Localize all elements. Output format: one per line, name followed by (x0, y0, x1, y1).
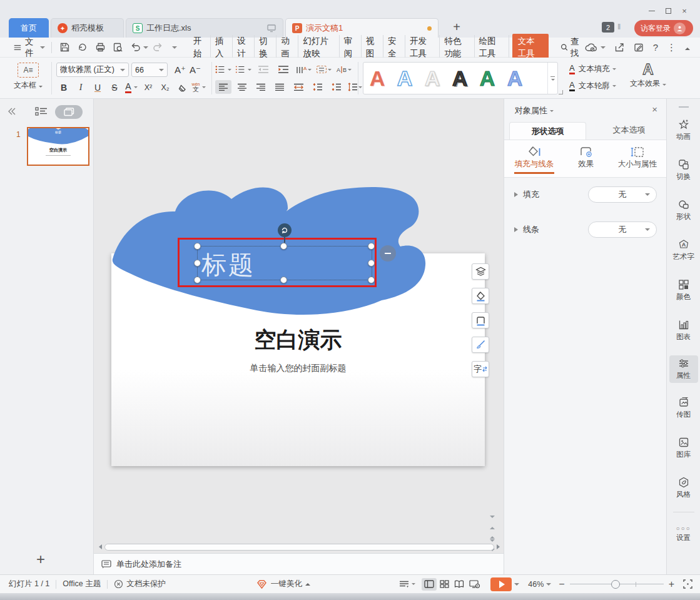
horizontal-scrollbar[interactable] (96, 542, 500, 551)
align-left-button[interactable] (215, 80, 231, 94)
rotation-handle[interactable] (278, 223, 292, 237)
wordart-style-2[interactable]: A (391, 63, 418, 93)
menu-special[interactable]: 特色功能 (440, 35, 474, 60)
play-slideshow-button[interactable] (490, 577, 512, 591)
tab-home[interactable]: 首页 (9, 18, 49, 38)
normal-view-button[interactable] (422, 578, 437, 591)
wordart-style-6[interactable]: A (501, 63, 529, 93)
collapse-panel-button[interactable] (8, 108, 16, 115)
fill-expand-arrow[interactable] (514, 192, 518, 197)
handle-bottom-left[interactable] (194, 277, 201, 283)
textbox-options-button[interactable] (315, 63, 332, 76)
increase-indent-button[interactable] (275, 63, 292, 76)
panel-close-icon[interactable]: × (652, 104, 657, 114)
menu-start[interactable]: 开始 (189, 35, 211, 60)
menu-animation[interactable]: 动画 (276, 35, 298, 60)
zoom-slider[interactable] (570, 580, 664, 589)
dock-properties-active[interactable]: 属性 (669, 355, 698, 383)
menu-design[interactable]: 设计 (233, 35, 255, 60)
cloud-sync-button[interactable] (584, 43, 606, 53)
dock-animation[interactable]: 动画 (669, 116, 698, 144)
overflow-menu-button[interactable]: ⋮ (667, 42, 676, 53)
dock-color[interactable]: 颜色 (669, 277, 698, 304)
dock-wordart[interactable]: A 艺术字 (669, 236, 698, 264)
zoom-out-button[interactable]: − (559, 579, 564, 590)
print-button[interactable] (93, 40, 106, 55)
wordart-style-5[interactable]: A (474, 63, 501, 93)
tab-text-options[interactable]: 文本选项 (591, 120, 667, 140)
undo-button[interactable] (131, 40, 148, 55)
save-button[interactable] (58, 40, 71, 55)
wordart-style-4[interactable]: A (446, 63, 474, 93)
bold-button[interactable]: B (56, 80, 71, 94)
more-commands-button[interactable] (168, 40, 181, 55)
decrease-indent-button[interactable] (255, 63, 271, 76)
menu-slideshow[interactable]: 幻灯片放映 (298, 35, 339, 60)
scroll-down-arrow[interactable] (490, 511, 495, 520)
close-button[interactable]: × (676, 5, 692, 16)
wordart-style-1[interactable]: A (363, 63, 391, 93)
protection-status[interactable]: 文档未保护 (114, 579, 166, 589)
text-effects-button[interactable]: A 文本效果 (626, 61, 671, 89)
menu-insert[interactable]: 插入 (211, 35, 233, 60)
theme-name[interactable]: Office 主题 (63, 579, 101, 589)
phonetic-guide-button[interactable]: wén 文 (191, 80, 206, 94)
font-family-select[interactable]: 微软雅黑 (正文) (56, 63, 129, 77)
layer-order-button[interactable] (472, 263, 489, 280)
beautify-button[interactable]: 一键美化 (256, 579, 310, 589)
slide-thumbnail[interactable]: 标题 空白演示 (27, 127, 89, 166)
annotate-button[interactable] (634, 43, 644, 53)
menu-review[interactable]: 审阅 (340, 35, 362, 60)
handle-bottom-center[interactable] (280, 277, 287, 283)
character-spacing-button[interactable]: AB (335, 63, 352, 76)
justify-button[interactable] (271, 80, 288, 94)
increase-paragraph-space-button[interactable] (309, 80, 325, 94)
menu-security[interactable]: 安全 (383, 35, 405, 60)
slide-view-toggle[interactable] (55, 105, 83, 119)
slide-canvas[interactable]: 空白演示 单击输入您的封面副标题 标题 (94, 99, 504, 574)
zoom-level-button[interactable]: 46% (528, 580, 551, 589)
maximize-button[interactable] (660, 5, 676, 16)
align-right-button[interactable] (253, 80, 269, 94)
tab-count-badge[interactable]: 2 (602, 22, 614, 33)
wordart-style-3[interactable]: A (418, 63, 446, 93)
zoom-slider-handle[interactable] (611, 580, 620, 589)
title-placeholder-text[interactable]: 标题 (201, 248, 255, 282)
handle-middle-left[interactable] (194, 260, 201, 267)
print-preview-button[interactable] (111, 40, 124, 55)
slideshow-view-button[interactable] (467, 578, 482, 591)
font-color-button[interactable]: A (124, 80, 139, 94)
fit-slide-button[interactable] (683, 579, 692, 589)
dock-shape[interactable]: 形状 (669, 196, 698, 224)
handle-top-center[interactable] (280, 243, 287, 250)
superscript-button[interactable]: X² (141, 80, 156, 94)
fill-value-select[interactable]: 无 (588, 186, 657, 203)
panel-title-menu[interactable]: 对象属性 (515, 105, 554, 116)
line-value-select[interactable]: 无 (588, 221, 657, 238)
cover-subtitle[interactable]: 单击输入您的封面副标题 (111, 363, 485, 374)
dock-chart[interactable]: 图表 (669, 317, 698, 344)
share-button[interactable] (614, 43, 625, 53)
format-brush-button[interactable] (472, 337, 489, 353)
menu-devtools[interactable]: 开发工具 (405, 35, 440, 60)
file-menu[interactable]: 文件 (14, 36, 45, 59)
tab-shape-options[interactable]: 形状选项 (509, 122, 586, 140)
login-button[interactable]: 访客登录 (634, 20, 693, 36)
tab-docer[interactable]: ✦ 稻壳模板 (51, 18, 124, 38)
subtab-fill-line[interactable]: 填充与线条 (514, 145, 554, 177)
numbered-list-button[interactable] (235, 63, 251, 76)
font-size-select[interactable]: 66 (131, 63, 168, 77)
insert-textbox-button[interactable]: A≡ 文本框 (10, 61, 46, 91)
align-center-button[interactable] (234, 80, 250, 94)
clear-format-button[interactable] (175, 80, 190, 94)
outline-color-button[interactable] (472, 312, 489, 328)
dock-settings[interactable]: ○○○ 设置 (669, 522, 698, 545)
dialog-launcher[interactable] (559, 90, 563, 94)
increase-font-button[interactable]: A⁺ (173, 63, 188, 77)
subscript-button[interactable]: X₂ (158, 80, 173, 94)
italic-button[interactable]: I (73, 80, 88, 94)
text-replace-button[interactable]: 字 (472, 361, 489, 377)
handle-top-left[interactable] (194, 243, 201, 250)
collapse-toolbar-button[interactable] (380, 245, 396, 262)
text-direction-button[interactable]: A (295, 63, 312, 76)
